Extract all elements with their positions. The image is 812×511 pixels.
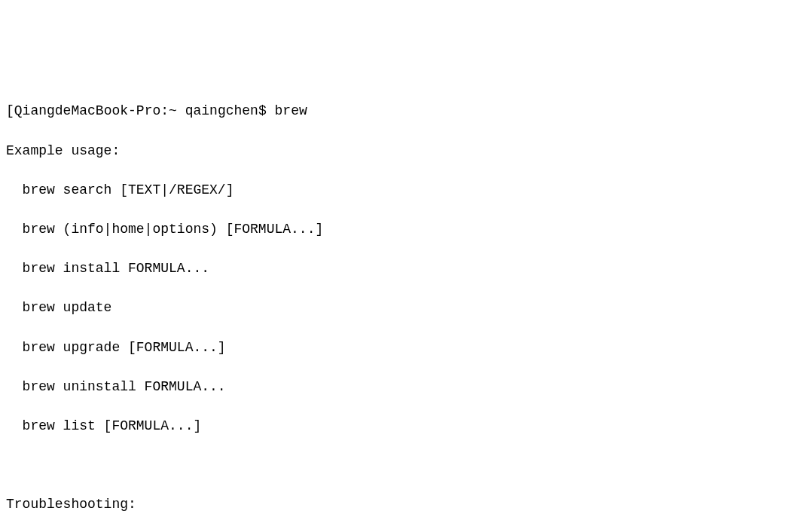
section-header-troubleshooting: Troubleshooting: <box>6 494 806 511</box>
prompt-host: QiangdeMacBook-Pro <box>14 103 160 118</box>
example-line: brew search [TEXT|/REGEX/] <box>6 180 806 200</box>
terminal-output[interactable]: [QiangdeMacBook-Pro:~ qaingchen$ brew Ex… <box>6 81 806 511</box>
example-line: brew (info|home|options) [FORMULA...] <box>6 219 806 239</box>
prompt-user: qaingchen <box>185 103 258 118</box>
prompt-line: [QiangdeMacBook-Pro:~ qaingchen$ brew <box>6 101 806 121</box>
example-line: brew list [FORMULA...] <box>6 416 806 436</box>
command-entered: brew <box>275 103 307 118</box>
example-line: brew update <box>6 298 806 317</box>
prompt-colon: : <box>160 103 169 118</box>
prompt-bracket: [ <box>6 103 14 118</box>
blank-line <box>6 455 806 475</box>
example-line: brew install FORMULA... <box>6 259 806 278</box>
example-line: brew upgrade [FORMULA...] <box>6 338 806 357</box>
section-header-example: Example usage: <box>6 141 806 161</box>
example-line: brew uninstall FORMULA... <box>6 377 806 396</box>
prompt-dollar: $ <box>258 103 267 118</box>
prompt-path: ~ <box>169 103 177 118</box>
